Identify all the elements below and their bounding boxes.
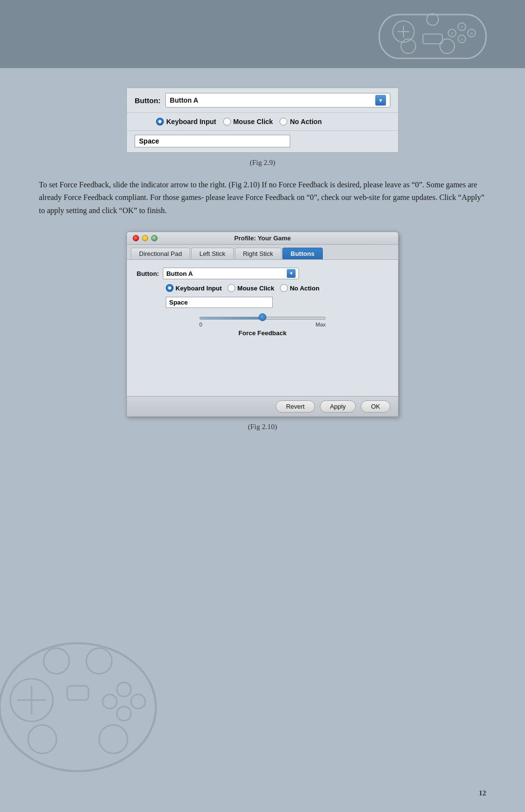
traffic-lights bbox=[133, 235, 158, 241]
svg-rect-26 bbox=[67, 686, 88, 700]
fig10-button-row: Button: Button A ▼ bbox=[137, 268, 388, 279]
fig10-button-value: Button A bbox=[166, 270, 287, 277]
fig10-slider-title: Force Feedback bbox=[141, 329, 384, 337]
minimize-button[interactable] bbox=[142, 235, 148, 241]
fig10-radio-noaction-label: No Action bbox=[290, 285, 319, 292]
fig9-radio-mouse[interactable]: Mouse Click bbox=[223, 118, 273, 126]
fig10-slider-fill bbox=[200, 317, 262, 319]
body-paragraph: To set Force Feedback, slide the indicat… bbox=[39, 179, 486, 217]
apply-button[interactable]: Apply bbox=[320, 400, 356, 413]
fig9-input-row: Space bbox=[127, 131, 398, 152]
fig10-tabs: Directional Pad Left Stick Right Stick B… bbox=[127, 245, 398, 260]
zoom-button[interactable] bbox=[151, 235, 158, 241]
svg-point-16 bbox=[0, 643, 156, 771]
fig10-radio-noaction-btn[interactable] bbox=[280, 284, 288, 292]
fig10-radio-keyboard[interactable]: Keyboard Input bbox=[166, 284, 222, 292]
tab-right-stick[interactable]: Right Stick bbox=[235, 248, 281, 259]
svg-point-24 bbox=[44, 648, 70, 674]
fig9-radio-keyboard[interactable]: Keyboard Input bbox=[156, 118, 216, 126]
fig9-radio-noaction[interactable]: No Action bbox=[280, 118, 322, 126]
page-number: 12 bbox=[479, 789, 486, 797]
fig10-keyboard-input[interactable]: Space bbox=[166, 297, 273, 308]
fig10-button-dropdown[interactable]: Button A ▼ bbox=[163, 268, 299, 279]
tab-left-stick[interactable]: Left Stick bbox=[191, 248, 233, 259]
page-header: Y B X A bbox=[0, 0, 525, 68]
fig9-radio-mouse-btn[interactable] bbox=[223, 118, 231, 126]
svg-rect-13 bbox=[423, 34, 442, 44]
fig9-button-dropdown[interactable]: Button A ▼ bbox=[165, 93, 390, 108]
main-content: Button: Button A ▼ Keyboard Input Mouse … bbox=[0, 68, 525, 472]
fig10-body: Button: Button A ▼ Keyboard Input Mouse … bbox=[127, 260, 398, 396]
revert-button[interactable]: Revert bbox=[276, 400, 315, 413]
svg-text:A: A bbox=[460, 37, 463, 42]
fig10-slider-track[interactable] bbox=[199, 317, 326, 320]
fig10-radio-keyboard-btn[interactable] bbox=[166, 284, 174, 292]
svg-point-22 bbox=[103, 694, 117, 708]
svg-text:X: X bbox=[451, 31, 454, 36]
svg-point-21 bbox=[131, 694, 145, 708]
fig9-dropdown-arrow-icon[interactable]: ▼ bbox=[375, 95, 386, 106]
fig10-input-value: Space bbox=[169, 299, 188, 306]
fig9-screenshot: Button: Button A ▼ Keyboard Input Mouse … bbox=[126, 88, 399, 153]
svg-point-27 bbox=[28, 725, 56, 753]
fig10-titlebar: Profile: Your Game bbox=[127, 232, 398, 245]
fig9-input-value: Space bbox=[139, 137, 159, 145]
fig10-radio-mouse-label: Mouse Click bbox=[237, 285, 274, 292]
fig9-radio-keyboard-label: Keyboard Input bbox=[166, 118, 216, 126]
svg-point-15 bbox=[440, 39, 455, 54]
fig10-radio-mouse-btn[interactable] bbox=[228, 284, 235, 292]
tab-buttons[interactable]: Buttons bbox=[282, 248, 323, 259]
fig10-slider-thumb[interactable] bbox=[259, 313, 266, 321]
svg-text:Y: Y bbox=[460, 25, 463, 30]
fig10-window-title: Profile: Your Game bbox=[127, 235, 398, 242]
fig10-button-bar: Revert Apply OK bbox=[127, 396, 398, 416]
svg-point-17 bbox=[10, 679, 53, 722]
fig10-dropdown-arrow-icon[interactable]: ▼ bbox=[287, 269, 296, 278]
fig9-radio-keyboard-btn[interactable] bbox=[156, 118, 164, 126]
fig9-keyboard-input[interactable]: Space bbox=[135, 135, 290, 147]
fig10-radio-mouse[interactable]: Mouse Click bbox=[228, 284, 274, 292]
fig10-radio-row: Keyboard Input Mouse Click No Action bbox=[166, 284, 388, 292]
fig9-button-value: Button A bbox=[170, 96, 375, 104]
fig10-radio-keyboard-label: Keyboard Input bbox=[175, 285, 222, 292]
fig10-slider-max: Max bbox=[315, 322, 326, 327]
gamepad-watermark-bottom bbox=[0, 608, 170, 793]
ok-button[interactable]: OK bbox=[361, 400, 390, 413]
fig10-caption: (Fig 2.10) bbox=[39, 423, 486, 431]
fig10-button-label: Button: bbox=[137, 270, 159, 277]
fig10-slider-container: 0 Max Force Feedback bbox=[137, 317, 388, 337]
fig9-radio-mouse-label: Mouse Click bbox=[233, 118, 273, 126]
fig9-caption: (Fig 2.9) bbox=[39, 159, 486, 167]
tab-directional-pad[interactable]: Directional Pad bbox=[131, 248, 190, 259]
fig10-slider-labels: 0 Max bbox=[199, 322, 326, 327]
fig9-radio-row: Keyboard Input Mouse Click No Action bbox=[127, 113, 398, 131]
fig10-window: Profile: Your Game Directional Pad Left … bbox=[126, 232, 399, 417]
gamepad-watermark-top: Y B X A bbox=[369, 5, 496, 63]
fig10-radio-noaction[interactable]: No Action bbox=[280, 284, 319, 292]
fig9-button-label: Button: bbox=[135, 96, 160, 105]
svg-point-25 bbox=[87, 648, 112, 674]
fig10-slider-min: 0 bbox=[199, 322, 202, 327]
svg-point-23 bbox=[117, 706, 131, 721]
fig9-button-row: Button: Button A ▼ bbox=[127, 88, 398, 113]
close-button[interactable] bbox=[133, 235, 139, 241]
svg-text:B: B bbox=[470, 31, 473, 36]
svg-point-20 bbox=[117, 682, 131, 696]
svg-point-28 bbox=[99, 725, 127, 753]
fig9-radio-noaction-btn[interactable] bbox=[280, 118, 287, 126]
svg-point-12 bbox=[427, 14, 438, 25]
fig9-radio-noaction-label: No Action bbox=[290, 118, 322, 126]
